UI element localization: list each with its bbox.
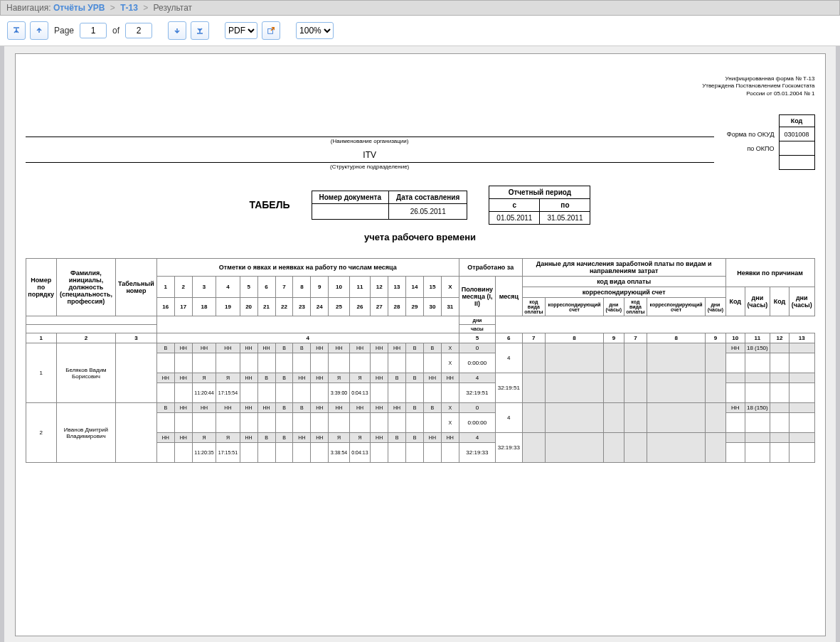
row-name: Иванов Дмитрий Владимирович (56, 403, 115, 463)
hdr-pc: код вида оплаты (522, 298, 545, 316)
doc-subtitle: учета рабочего времени (26, 232, 815, 242)
meta-line: России от 05.01.2004 № 1 (26, 90, 815, 97)
crumb-sep: > (110, 3, 115, 13)
hdr-day: 7 (275, 277, 293, 298)
mark-cell: НН (349, 403, 370, 413)
mark-cell: В (275, 343, 293, 353)
idx-cell: 9 (706, 333, 726, 343)
half2-days: 4 (459, 433, 495, 443)
hdr-day: 16 (156, 298, 174, 316)
report-page: Унифицированная форма № Т-13 Утверждена … (15, 53, 826, 636)
time-cell (388, 353, 406, 373)
pay-cell (706, 403, 726, 433)
mark-cell: НН (329, 343, 349, 353)
pay-cell (647, 403, 706, 433)
time-cell (423, 443, 441, 463)
hdr-abs-dh: дни (часы) (745, 287, 770, 316)
period-to-label: по (540, 199, 590, 212)
abs-val (745, 353, 770, 373)
time-cell (388, 413, 406, 433)
abs-code: НН (725, 343, 745, 353)
mark-cell: НН (388, 343, 406, 353)
abs-code (725, 433, 745, 443)
hdr-day: 31 (441, 298, 459, 316)
pay-cell (647, 433, 706, 463)
hdr-dh: дни (часы) (706, 298, 726, 316)
export-button[interactable] (262, 21, 280, 40)
first-page-button[interactable] (7, 21, 26, 40)
abs-code (770, 343, 790, 353)
mark-cell: Я (192, 433, 216, 443)
okpo-value (779, 141, 814, 156)
time-cell (275, 383, 293, 403)
crumb-sep: > (143, 3, 148, 13)
mark-cell: НН (311, 343, 329, 353)
idx-cell: 4 (156, 333, 459, 343)
abs-code (725, 383, 745, 403)
org-block: (Наименование организации) ITV (Структур… (26, 119, 714, 170)
mark-cell: НН (293, 373, 311, 383)
time-cell (257, 383, 275, 403)
hdr-day: 5 (240, 277, 257, 298)
idx-cell: 5 (459, 333, 495, 343)
page-number-input[interactable] (80, 23, 107, 38)
nav-label: Навигация: (6, 3, 51, 13)
time-cell (371, 383, 388, 403)
mark-cell: НН (156, 373, 174, 383)
time-cell: 3:38:54 (329, 443, 349, 463)
hdr-days: дни (459, 316, 495, 325)
mark-cell: В (275, 433, 293, 443)
org-name-caption: (Наименование организации) (26, 138, 714, 144)
hdr-day: 4 (216, 277, 240, 298)
time-cell (156, 383, 174, 403)
mark-cell: В (423, 403, 441, 413)
mark-cell: Я (349, 433, 370, 443)
row-tabno (115, 343, 156, 403)
hdr-day: 21 (257, 298, 275, 316)
abs-code (770, 413, 790, 433)
abs-val (790, 343, 815, 353)
crumb-t13[interactable]: Т-13 (120, 3, 138, 13)
idx-cell: 3 (115, 333, 156, 343)
mark-cell: НН (216, 343, 240, 353)
zoom-select[interactable]: 100% (296, 22, 334, 39)
time-cell (156, 413, 174, 433)
next-page-button[interactable] (168, 21, 186, 40)
idx-cell: 2 (56, 333, 115, 343)
okpo-label: по ОКПО (723, 141, 779, 156)
timesheet-table: Номер по порядку Фамилия, инициалы, долж… (26, 258, 815, 463)
idx-cell: 13 (790, 333, 815, 343)
doc-no-value (312, 204, 388, 220)
idx-cell: 9 (604, 333, 624, 343)
mark-cell: Х (441, 343, 459, 353)
form-meta: Унифицированная форма № Т-13 Утверждена … (26, 75, 815, 97)
prev-page-button[interactable] (30, 21, 48, 40)
mark-cell: В (388, 433, 406, 443)
mark-cell: В (275, 403, 293, 413)
abs-val: 18 (150) (745, 343, 770, 353)
org-name-line (26, 124, 714, 137)
time-cell: 17:15:51 (216, 443, 240, 463)
period-to-value: 31.05.2011 (540, 212, 590, 225)
code-header: Код (779, 115, 814, 127)
time-cell: 17:15:54 (216, 383, 240, 403)
half1-hours: 0:00:00 (459, 353, 495, 373)
time-cell (441, 383, 459, 403)
hdr-payroll: Данные для начисления заработной платы п… (522, 259, 725, 277)
time-cell (423, 353, 441, 373)
mark-cell: В (156, 343, 174, 353)
meta-line: Утверждена Постановлением Госкомстата (26, 82, 815, 90)
mark-cell: НН (174, 373, 192, 383)
okud-value: 0301008 (779, 127, 814, 141)
pay-cell (604, 373, 624, 403)
format-select[interactable]: PDF (225, 22, 257, 39)
hdr-marks: Отметки о явках и неявках на работу по ч… (156, 259, 459, 277)
crumb-reports[interactable]: Отчёты УРВ (53, 3, 105, 13)
pay-cell (522, 403, 545, 433)
time-cell (311, 383, 329, 403)
last-page-button[interactable] (191, 21, 209, 40)
pay-cell (706, 433, 726, 463)
abs-code (770, 373, 790, 383)
report-toolbar: Page of PDF 100% (0, 16, 840, 46)
hdr-day: 12 (371, 277, 388, 298)
